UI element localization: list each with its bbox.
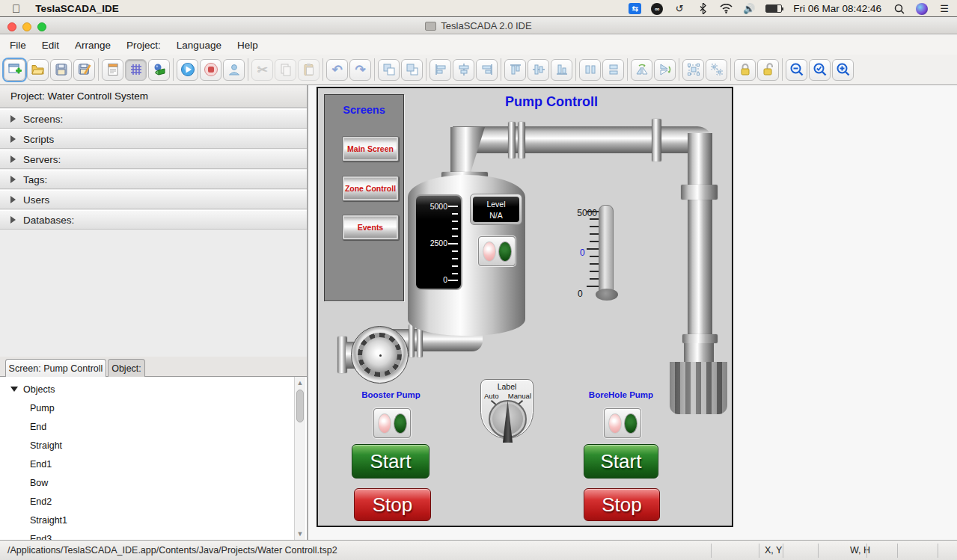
pipe-flange[interactable] bbox=[508, 122, 516, 159]
borehole-indicator[interactable] bbox=[604, 408, 641, 438]
align-right-button[interactable] bbox=[476, 59, 498, 81]
grid-toggle-button[interactable] bbox=[125, 59, 147, 81]
run-button[interactable] bbox=[177, 59, 198, 81]
align-bottom-button[interactable] bbox=[551, 59, 572, 81]
nav-zone-controll-button[interactable]: Zone Controll bbox=[342, 176, 399, 201]
sidebar-item-users[interactable]: Users bbox=[0, 190, 307, 209]
open-project-button[interactable] bbox=[27, 59, 49, 81]
minimize-window-button[interactable] bbox=[22, 22, 31, 31]
booster-pump-label[interactable]: Booster Pump bbox=[348, 390, 434, 399]
menu-help[interactable]: Help bbox=[237, 40, 258, 51]
report-button[interactable] bbox=[102, 59, 123, 81]
pipe-flange[interactable] bbox=[652, 119, 661, 161]
unlock-button[interactable] bbox=[757, 59, 779, 81]
flip-vertical-button[interactable] bbox=[654, 59, 676, 81]
tank-indicator[interactable] bbox=[478, 236, 516, 266]
battery-icon[interactable] bbox=[765, 4, 782, 13]
tree-item-end2[interactable]: End2 bbox=[0, 492, 292, 511]
align-middle-button[interactable] bbox=[528, 59, 549, 81]
creative-cloud-icon[interactable]: ∞ bbox=[651, 3, 663, 15]
volume-icon[interactable]: 🔊 bbox=[742, 3, 756, 15]
save-as-button[interactable] bbox=[73, 59, 95, 81]
sidebar-item-scripts[interactable]: Scripts bbox=[0, 129, 307, 149]
tab-object[interactable]: Object: bbox=[108, 359, 145, 377]
tree-item-end3[interactable]: End3 bbox=[0, 529, 292, 540]
active-app-name[interactable]: TeslaSCADA_IDE bbox=[35, 3, 119, 14]
borehole-start-button[interactable]: Start bbox=[584, 444, 658, 479]
booster-start-button[interactable]: Start bbox=[352, 444, 429, 479]
bluetooth-icon[interactable] bbox=[696, 3, 709, 15]
distribute-v-button[interactable] bbox=[602, 59, 624, 81]
zoom-reset-button[interactable] bbox=[809, 59, 831, 81]
apple-icon[interactable]:  bbox=[12, 2, 20, 15]
booster-pump[interactable] bbox=[351, 326, 409, 384]
screens-nav-panel[interactable]: Screens Main Screen Zone Controll Events bbox=[324, 94, 404, 301]
copy-button[interactable] bbox=[275, 59, 296, 81]
user-button[interactable] bbox=[223, 59, 245, 81]
sidebar-item-databases[interactable]: Databases: bbox=[0, 210, 307, 230]
paste-button[interactable] bbox=[298, 59, 319, 81]
redo-button[interactable]: ↷ bbox=[349, 59, 371, 81]
sidebar-item-tags[interactable]: Tags: bbox=[0, 170, 307, 189]
menu-project[interactable]: Project: bbox=[126, 40, 161, 51]
menu-edit[interactable]: Edit bbox=[42, 40, 59, 51]
tree-item-straight[interactable]: Straight bbox=[0, 436, 292, 455]
tree-item-end1[interactable]: End1 bbox=[0, 455, 292, 473]
menu-arrange[interactable]: Arrange bbox=[75, 40, 111, 51]
time-machine-icon[interactable]: ↺ bbox=[673, 3, 686, 15]
wifi-icon[interactable] bbox=[719, 3, 733, 15]
tree-item-bow[interactable]: Bow bbox=[0, 473, 292, 492]
tree-item-end[interactable]: End bbox=[0, 417, 292, 436]
borehole-motor[interactable] bbox=[670, 362, 727, 414]
list-icon[interactable]: ☰ bbox=[938, 3, 951, 15]
nav-events-button[interactable]: Events bbox=[342, 215, 399, 240]
siri-icon[interactable] bbox=[916, 3, 928, 15]
scroll-down-icon[interactable]: ▼ bbox=[295, 529, 305, 539]
zoom-window-button[interactable] bbox=[37, 22, 46, 31]
tree-item-pump[interactable]: Pump bbox=[0, 399, 292, 417]
ungroup-button[interactable] bbox=[706, 59, 727, 81]
sidebar-item-screens[interactable]: Screens: bbox=[0, 109, 307, 129]
menu-language[interactable]: Language bbox=[177, 40, 221, 51]
align-top-button[interactable] bbox=[504, 59, 526, 81]
new-project-button[interactable] bbox=[4, 59, 25, 81]
group-button[interactable] bbox=[682, 59, 704, 81]
pipe-vertical-right[interactable] bbox=[688, 133, 712, 334]
align-center-h-button[interactable] bbox=[453, 59, 474, 81]
menu-file[interactable]: File bbox=[10, 40, 26, 51]
switch-knob[interactable] bbox=[489, 400, 527, 438]
stop-button[interactable] bbox=[200, 59, 221, 81]
pipe-horizontal-top[interactable] bbox=[453, 126, 712, 153]
close-window-button[interactable] bbox=[7, 22, 16, 31]
bring-forward-button[interactable] bbox=[378, 59, 400, 81]
pipe-flange[interactable] bbox=[682, 334, 718, 343]
spotlight-icon[interactable] bbox=[893, 3, 906, 15]
tab-screen-pump-controll[interactable]: Screen: Pump Controll bbox=[5, 359, 106, 377]
nav-main-screen-button[interactable]: Main Screen bbox=[342, 136, 399, 161]
flip-horizontal-button[interactable] bbox=[631, 59, 652, 81]
teamviewer-icon[interactable]: ⇆ bbox=[629, 3, 641, 14]
booster-indicator[interactable] bbox=[373, 408, 411, 438]
auto-manual-switch[interactable]: Label Auto Manual bbox=[480, 379, 533, 439]
borehole-stop-button[interactable]: Stop bbox=[584, 488, 660, 521]
sidebar-item-servers[interactable]: Servers: bbox=[0, 150, 307, 169]
pipe-flange[interactable] bbox=[518, 122, 525, 159]
motor-neck[interactable] bbox=[684, 343, 714, 363]
zoom-out-button[interactable] bbox=[786, 59, 807, 81]
scroll-up-icon[interactable]: ▲ bbox=[295, 378, 305, 388]
lock-button[interactable] bbox=[734, 59, 756, 81]
save-button[interactable] bbox=[50, 59, 72, 81]
tree-item-straight1[interactable]: Straight1 bbox=[0, 511, 292, 529]
pipe-flange[interactable] bbox=[409, 324, 415, 357]
tree-node-objects[interactable]: Objects bbox=[0, 380, 292, 399]
screen-title[interactable]: Pump Controll bbox=[505, 94, 625, 110]
borehole-pump-label[interactable]: BoreHole Pump bbox=[576, 390, 666, 399]
pipe-coupling[interactable] bbox=[681, 185, 718, 200]
send-backward-button[interactable] bbox=[401, 59, 423, 81]
scroll-thumb[interactable] bbox=[296, 390, 304, 422]
menu-clock[interactable]: Fri 06 Mar 08:42:46 bbox=[793, 3, 881, 14]
scada-canvas[interactable]: Pump Controll 5000 bbox=[317, 87, 733, 527]
align-left-button[interactable] bbox=[429, 59, 451, 81]
booster-stop-button[interactable]: Stop bbox=[354, 488, 431, 521]
level-display[interactable]: Level N/A bbox=[470, 194, 522, 225]
